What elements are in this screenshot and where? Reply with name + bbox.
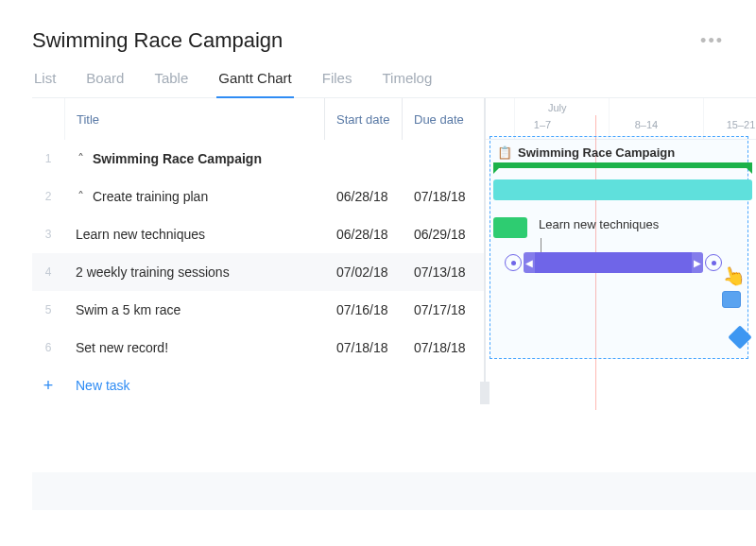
bar-resize-handle-right[interactable]: ▶ bbox=[692, 252, 703, 273]
more-menu-icon[interactable]: ••• bbox=[700, 31, 724, 51]
gantt-chart[interactable]: July 1–7 8–14 15–21 📋 Swimming Race Camp… bbox=[486, 98, 756, 410]
tab-timelog[interactable]: Timelog bbox=[380, 70, 434, 97]
col-start-date[interactable]: Start date bbox=[325, 98, 403, 140]
col-title[interactable]: Title bbox=[64, 98, 325, 140]
table-row[interactable]: 42 weekly training sessions07/02/1807/13… bbox=[32, 253, 486, 291]
table-header: Title Start date Due date bbox=[32, 98, 486, 140]
gantt-bar-weekly-sessions[interactable]: ◀ ▶ bbox=[505, 251, 722, 274]
page-title: Swimming Race Campaign bbox=[32, 28, 283, 53]
due-date-cell[interactable]: 07/13/18 bbox=[403, 264, 486, 280]
tab-gantt-chart[interactable]: Gantt Chart bbox=[216, 70, 294, 97]
row-number: 3 bbox=[32, 228, 64, 241]
gantt-range: 1–7 bbox=[486, 119, 599, 130]
plus-icon[interactable]: + bbox=[32, 376, 64, 396]
bar-resize-handle-left[interactable]: ◀ bbox=[524, 252, 535, 273]
col-due-date[interactable]: Due date bbox=[403, 98, 486, 140]
tab-files[interactable]: Files bbox=[320, 70, 354, 97]
gantt-selection-box bbox=[490, 136, 748, 359]
chevron-down-icon[interactable]: ˄ bbox=[76, 189, 85, 204]
start-date-cell[interactable]: 07/02/18 bbox=[325, 264, 403, 280]
start-date-cell[interactable]: 07/18/18 bbox=[325, 340, 403, 355]
gantt-group-bar[interactable] bbox=[493, 162, 752, 168]
task-title: Set new record! bbox=[76, 340, 168, 355]
gantt-bar-learn-techniques[interactable] bbox=[493, 217, 527, 238]
gantt-bar-swim-5km[interactable] bbox=[722, 291, 741, 308]
table-row[interactable]: 1˄Swimming Race Campaign bbox=[32, 140, 486, 178]
start-date-cell[interactable]: 06/28/18 bbox=[325, 189, 403, 204]
task-title: Swimming Race Campaign bbox=[93, 151, 262, 166]
gantt-bar-label: Learn new techniques bbox=[539, 217, 659, 231]
table-row[interactable]: 5Swim a 5 km race07/16/1807/17/18 bbox=[32, 291, 486, 329]
tab-table[interactable]: Table bbox=[152, 70, 190, 97]
dependency-node-right[interactable] bbox=[705, 254, 722, 271]
task-title: Learn new techniques bbox=[76, 227, 205, 242]
table-row[interactable]: 3Learn new techniques06/28/1806/29/18 bbox=[32, 215, 486, 253]
task-title-cell[interactable]: Swim a 5 km race bbox=[64, 302, 325, 317]
task-title-cell[interactable]: 2 weekly training sessions bbox=[64, 264, 325, 280]
table-row[interactable]: 2˄Create training plan06/28/1807/18/18 bbox=[32, 178, 486, 215]
row-number: 5 bbox=[32, 303, 64, 316]
task-title-cell[interactable]: ˄Create training plan bbox=[64, 189, 325, 204]
due-date-cell[interactable]: 07/17/18 bbox=[403, 302, 486, 317]
due-date-cell[interactable]: 07/18/18 bbox=[403, 189, 486, 204]
dependency-node-left[interactable] bbox=[505, 254, 522, 271]
gantt-project-label[interactable]: 📋 Swimming Race Campaign bbox=[497, 145, 675, 160]
chevron-down-icon[interactable]: ˄ bbox=[76, 151, 85, 166]
tab-list[interactable]: List bbox=[32, 70, 58, 97]
task-title-cell[interactable]: Set new record! bbox=[64, 340, 325, 355]
row-number: 1 bbox=[32, 152, 64, 165]
task-title: Swim a 5 km race bbox=[76, 302, 180, 317]
row-number: 6 bbox=[32, 341, 64, 354]
due-date-cell[interactable]: 06/29/18 bbox=[403, 227, 486, 242]
gantt-range: 8–14 bbox=[599, 119, 694, 130]
new-task-label[interactable]: New task bbox=[64, 378, 325, 393]
task-title: Create training plan bbox=[93, 189, 208, 204]
footer-stripe bbox=[32, 472, 756, 510]
row-number: 4 bbox=[32, 265, 64, 279]
start-date-cell[interactable]: 07/16/18 bbox=[325, 302, 403, 317]
task-title-cell[interactable]: Learn new techniques bbox=[64, 227, 325, 242]
row-number: 2 bbox=[32, 190, 64, 203]
new-task-row[interactable]: + New task bbox=[32, 367, 486, 404]
table-row[interactable]: 6Set new record!07/18/1807/18/18 bbox=[32, 329, 486, 367]
due-date-cell[interactable]: 07/18/18 bbox=[403, 340, 486, 355]
task-title-cell[interactable]: ˄Swimming Race Campaign bbox=[64, 151, 325, 166]
start-date-cell[interactable]: 06/28/18 bbox=[325, 227, 403, 242]
clipboard-icon: 📋 bbox=[497, 145, 512, 160]
view-tabs: ListBoardTableGantt ChartFilesTimelog bbox=[32, 70, 756, 98]
pane-splitter-handle[interactable] bbox=[480, 382, 490, 404]
gantt-month-label: July bbox=[548, 102, 567, 113]
task-title: 2 weekly training sessions bbox=[76, 264, 230, 280]
tab-board[interactable]: Board bbox=[84, 70, 126, 97]
gantt-bar-create-training-plan[interactable] bbox=[493, 179, 752, 200]
